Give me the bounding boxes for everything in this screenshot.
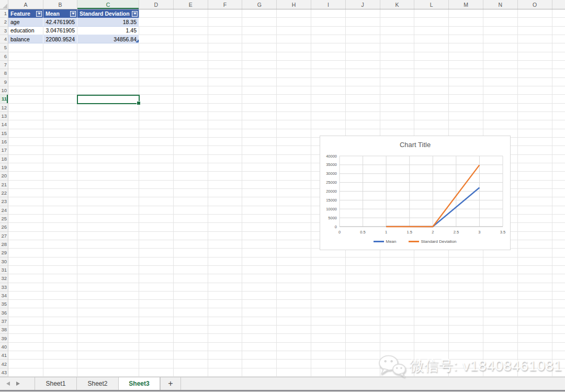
row-header-8[interactable]: 8 [0, 69, 8, 77]
add-sheet-button[interactable]: + [160, 377, 181, 390]
row-header-40[interactable]: 40 [0, 343, 8, 351]
grid-row-35 [8, 300, 565, 308]
column-header-E[interactable]: E [174, 0, 208, 9]
column-header-I[interactable]: I [311, 0, 346, 9]
row-header-36[interactable]: 36 [0, 308, 8, 317]
row-header-43[interactable]: 43 [0, 368, 8, 377]
sheet-tab-sheet1[interactable]: Sheet1 [35, 377, 76, 390]
select-all-button[interactable] [0, 0, 8, 9]
column-header-C[interactable]: C [77, 0, 139, 9]
row-header-16[interactable]: 16 [0, 138, 8, 146]
row-header-35[interactable]: 35 [0, 300, 8, 308]
x-axis-tick-label: 0.5 [360, 230, 365, 234]
row-header-27[interactable]: 27 [0, 232, 8, 240]
column-header-D[interactable]: D [139, 0, 174, 9]
row-header-21[interactable]: 21 [0, 181, 8, 189]
row-header-20[interactable]: 20 [0, 172, 8, 180]
table-cell[interactable]: 42.4761905 [43, 18, 77, 26]
fill-handle[interactable] [137, 101, 141, 105]
row-header-12[interactable]: 12 [0, 104, 8, 112]
row-header-1[interactable]: 1 [0, 9, 8, 18]
row-header-2[interactable]: 2 [0, 18, 8, 26]
table-header-cell[interactable]: Mean [43, 9, 77, 18]
row-header-41[interactable]: 41 [0, 351, 8, 360]
legend-label: Mean [386, 239, 396, 244]
row-header-9[interactable]: 9 [0, 78, 8, 86]
table-cell[interactable]: 34856.84 [77, 35, 139, 43]
row-header-34[interactable]: 34 [0, 292, 8, 300]
table-resize-handle[interactable] [136, 40, 139, 42]
row-header-30[interactable]: 30 [0, 257, 8, 266]
x-axis-tick-label: 1.5 [406, 230, 412, 234]
table-header-cell[interactable]: Feature [8, 9, 43, 18]
sheet-tab-sheet2[interactable]: Sheet2 [76, 377, 118, 390]
next-sheet-icon[interactable] [16, 382, 20, 386]
sheet-tab-sheet3[interactable]: Sheet3 [118, 377, 160, 390]
column-header-A[interactable]: A [8, 0, 43, 9]
grid-row-12 [8, 104, 565, 112]
row-header-14[interactable]: 14 [0, 120, 8, 129]
row-header-33[interactable]: 33 [0, 283, 8, 292]
row-header-31[interactable]: 31 [0, 266, 8, 274]
row-header-24[interactable]: 24 [0, 206, 8, 215]
column-header-K[interactable]: K [380, 0, 415, 9]
row-header-13[interactable]: 13 [0, 112, 8, 120]
x-axis-tick-label: 2 [432, 230, 434, 234]
row-header-15[interactable]: 15 [0, 129, 8, 138]
grid-row-8 [8, 69, 565, 77]
table-row: balance22080.952434856.84 [8, 35, 139, 43]
grid-row-43 [8, 368, 565, 377]
row-header-4[interactable]: 4 [0, 35, 8, 43]
row-header-22[interactable]: 22 [0, 189, 8, 197]
row-header-38[interactable]: 38 [0, 326, 8, 334]
table-header-cell[interactable]: Standard Deviation [77, 9, 139, 18]
row-header-11[interactable]: 11 [0, 95, 8, 103]
table-cell[interactable]: 22080.9524 [43, 35, 77, 43]
row-header-25[interactable]: 25 [0, 215, 8, 223]
row-header-29[interactable]: 29 [0, 249, 8, 257]
row-header-10[interactable]: 10 [0, 86, 8, 95]
column-header-J[interactable]: J [346, 0, 380, 9]
column-header-partial[interactable] [552, 0, 565, 9]
row-header-18[interactable]: 18 [0, 155, 8, 163]
row-header-42[interactable]: 42 [0, 360, 8, 368]
row-header-37[interactable]: 37 [0, 317, 8, 326]
table-cell[interactable]: 18.35 [77, 18, 139, 26]
column-header-H[interactable]: H [277, 0, 311, 9]
grid-row-14 [8, 120, 565, 129]
row-header-6[interactable]: 6 [0, 52, 8, 61]
row-header-39[interactable]: 39 [0, 334, 8, 342]
column-header-M[interactable]: M [449, 0, 483, 9]
filter-dropdown-button[interactable] [36, 11, 42, 17]
row-header-32[interactable]: 32 [0, 274, 8, 283]
table-cell[interactable]: 3.04761905 [43, 27, 77, 35]
filter-dropdown-button[interactable] [70, 11, 76, 17]
chart[interactable]: Chart Title 0500010000150002000025000300… [320, 136, 511, 250]
column-header-G[interactable]: G [242, 0, 277, 9]
column-header-F[interactable]: F [208, 0, 243, 9]
legend-line-swatch [374, 241, 384, 242]
filter-arrow-icon [72, 13, 75, 15]
x-axis-tick-label: 3.5 [500, 230, 505, 234]
chart-plot-area: 0500010000150002000025000300003500040000… [320, 151, 511, 237]
tab-spacer [29, 377, 35, 390]
row-header-3[interactable]: 3 [0, 27, 8, 35]
table-cell[interactable]: age [8, 18, 43, 26]
column-header-L[interactable]: L [414, 0, 449, 9]
row-header-23[interactable]: 23 [0, 197, 8, 206]
row-header-26[interactable]: 26 [0, 223, 8, 231]
row-header-5[interactable]: 5 [0, 43, 8, 52]
table-cell[interactable]: 1.45 [77, 27, 139, 35]
column-header-O[interactable]: O [518, 0, 552, 9]
column-header-N[interactable]: N [483, 0, 518, 9]
selected-cell[interactable] [77, 95, 140, 104]
prev-sheet-icon[interactable] [6, 382, 10, 386]
filter-dropdown-button[interactable] [132, 11, 138, 17]
table-cell[interactable]: education [8, 27, 43, 35]
row-header-19[interactable]: 19 [0, 163, 8, 172]
row-header-17[interactable]: 17 [0, 146, 8, 154]
row-header-28[interactable]: 28 [0, 240, 8, 249]
row-header-7[interactable]: 7 [0, 61, 8, 69]
column-header-B[interactable]: B [43, 0, 77, 9]
table-cell[interactable]: balance [8, 35, 43, 43]
